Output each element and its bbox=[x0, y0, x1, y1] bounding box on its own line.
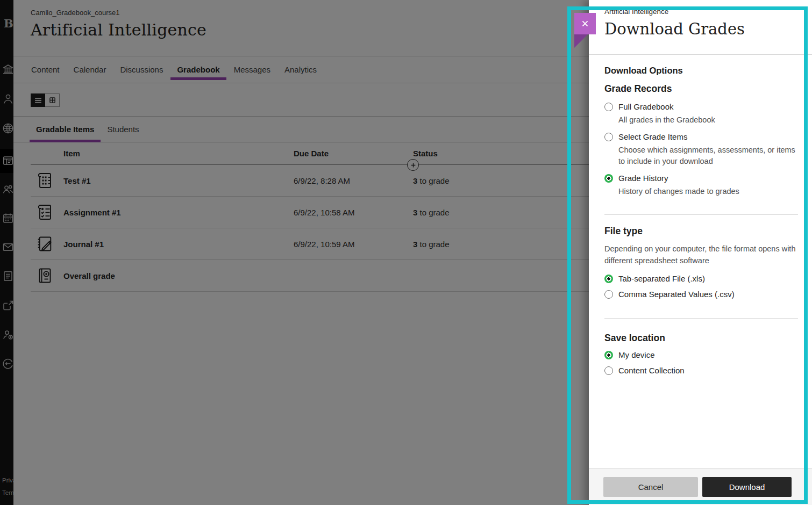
divider bbox=[604, 318, 798, 319]
radio-label: My device bbox=[618, 350, 655, 359]
file-type-description: Depending on your computer, the file for… bbox=[604, 243, 798, 266]
radio-option-content-collection[interactable]: Content Collection bbox=[604, 366, 798, 375]
panel-footer: Cancel Download bbox=[589, 468, 812, 505]
radio-unselected-icon[interactable] bbox=[604, 290, 613, 299]
save-location-heading: Save location bbox=[604, 333, 798, 344]
close-panel-button[interactable] bbox=[574, 13, 596, 34]
panel-title: Download Grades bbox=[604, 20, 801, 38]
download-options-heading: Download Options bbox=[604, 66, 798, 76]
radio-unselected-icon[interactable] bbox=[604, 103, 613, 111]
divider bbox=[604, 214, 798, 215]
radio-label: Tab-separated File (.xls) bbox=[618, 274, 705, 283]
radio-label: Grade History bbox=[618, 174, 668, 183]
radio-description: History of changes made to grades bbox=[618, 186, 798, 197]
radio-label: Comma Separated Values (.csv) bbox=[618, 290, 735, 299]
radio-option-comma-separated-values-csv-[interactable]: Comma Separated Values (.csv) bbox=[604, 290, 798, 299]
radio-unselected-icon[interactable] bbox=[604, 133, 613, 141]
radio-label: Full Gradebook bbox=[618, 102, 674, 111]
grade-records-heading: Grade Records bbox=[604, 83, 798, 95]
radio-selected-icon[interactable] bbox=[604, 174, 613, 183]
radio-option-grade-history[interactable]: Grade History bbox=[604, 174, 798, 183]
panel-body: Download Options Grade Records Full Grad… bbox=[589, 55, 812, 468]
radio-label: Select Grade Items bbox=[618, 132, 687, 141]
save-location-radio-group: My deviceContent Collection bbox=[604, 350, 798, 375]
cancel-button[interactable]: Cancel bbox=[603, 477, 698, 497]
panel-header: Artificial Intelligence Download Grades bbox=[589, 0, 812, 55]
radio-unselected-icon[interactable] bbox=[604, 366, 613, 375]
radio-selected-icon[interactable] bbox=[604, 351, 613, 359]
radio-option-my-device[interactable]: My device bbox=[604, 350, 798, 359]
radio-label: Content Collection bbox=[618, 366, 685, 375]
radio-option-tab-separated-file-xls-[interactable]: Tab-separated File (.xls) bbox=[604, 274, 798, 283]
radio-option-full-gradebook[interactable]: Full Gradebook bbox=[604, 102, 798, 111]
download-grades-panel: Artificial Intelligence Download Grades … bbox=[589, 0, 812, 505]
radio-description: Choose which assignments, assessments, o… bbox=[618, 145, 798, 167]
file-type-heading: File type bbox=[604, 226, 798, 237]
radio-option-select-grade-items[interactable]: Select Grade Items bbox=[604, 132, 798, 141]
download-button[interactable]: Download bbox=[702, 477, 792, 497]
close-icon bbox=[580, 18, 590, 29]
radio-description: All grades in the Gradebook bbox=[618, 114, 798, 126]
file-type-radio-group: Tab-separated File (.xls)Comma Separated… bbox=[604, 274, 798, 299]
panel-breadcrumb: Artificial Intelligence bbox=[604, 8, 801, 16]
grade-records-radio-group: Full GradebookAll grades in the Gradeboo… bbox=[604, 102, 798, 197]
radio-selected-icon[interactable] bbox=[604, 275, 613, 283]
